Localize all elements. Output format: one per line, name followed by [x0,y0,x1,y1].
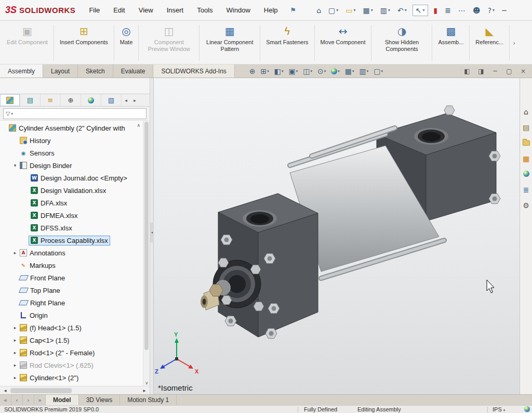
select-tool-icon[interactable]: ↖▾ [413,5,428,16]
tree-item-top-plane[interactable]: Top Plane [0,284,150,296]
user-account-icon[interactable]: ☻ [471,5,482,16]
doc-tab-model[interactable]: Model [46,395,79,405]
tab-layout[interactable]: Layout [43,64,78,78]
cylinder-assembly-model[interactable]: Y X Z [154,78,520,394]
pane-right-icon[interactable]: ◨ [476,67,486,75]
tree-item-dfmea-xlsx[interactable]: XDFMEA.xlsx [0,209,150,222]
expanded-arrow-icon[interactable]: ▾ [12,163,18,168]
section-view-icon[interactable]: ◧▾ [274,67,284,75]
menu-file[interactable]: File [84,4,105,16]
scrollbar-thumb[interactable] [144,122,149,350]
custom-properties-icon[interactable]: ≣ [523,186,529,193]
ribbon-linear-component-pattern[interactable]: ▦Linear Component Pattern [201,22,259,64]
new-document-icon[interactable]: ▢▾ [327,5,340,16]
display-monitor-icon[interactable]: ▢▾ [374,67,383,75]
tree-item-design-journal-doc-empty[interactable]: WDesign Journal.doc <Empty> [0,172,150,184]
splitter-collapse-icon[interactable]: ◂ [150,223,154,242]
restore-window-icon[interactable]: ▢ [504,67,514,75]
menu-help[interactable]: Help [259,4,283,16]
doc-nav-last-icon[interactable]: » [34,395,46,405]
file-explorer-icon[interactable] [523,139,530,147]
scroll-right-icon[interactable]: ▸ [140,388,149,393]
collapsed-arrow-icon[interactable]: ▸ [12,350,18,355]
tree-item-design-validation-xlsx[interactable]: XDesign Validation.xlsx [0,184,150,197]
collapsed-arrow-icon[interactable]: ▸ [12,363,18,368]
tab-sketch[interactable]: Sketch [78,64,113,78]
tab-solidworks-add-ins[interactable]: SOLIDWORKS Add-Ins [153,64,234,78]
tree-item-history[interactable]: History [0,134,150,147]
displaymanager-tab[interactable] [81,94,101,106]
minimize-app-icon[interactable]: ─ [500,5,508,16]
filter-input[interactable] [14,109,144,118]
task-scheduler-icon[interactable]: ≣ [443,5,453,16]
filter-funnel-icon[interactable]: ▽ [6,110,10,117]
view-palette-icon[interactable]: ▦ [523,155,529,162]
tree-item-markups[interactable]: ✎Markups [0,259,150,272]
ribbon-insert-components[interactable]: ⊞Insert Components [55,22,113,64]
collapse-tree-icon[interactable]: ∧ [137,123,140,128]
graphics-area[interactable]: Y X Z *Isometric [154,78,520,394]
solidworks-rx-icon[interactable]: ▮ [432,5,440,16]
ribbon-assemb[interactable]: ▩Assemb... [433,22,468,64]
tree-item-cylinder-1-2[interactable]: ▸Cylinder<1> (2") [0,371,150,384]
ribbon-referenc[interactable]: ◣Referenc... [471,22,508,64]
doc-nav-prev-icon[interactable]: ‹ [11,395,23,405]
scrollbar-thumb[interactable] [10,388,72,393]
tree-item-rod-clevis-1-625[interactable]: ▸Rod Clevis<1> (.625) [0,359,150,371]
tree-item-annotations[interactable]: ▸AAnnotations [0,247,150,259]
ribbon-edit-component[interactable]: ▣Edit Component [2,22,52,64]
tree-item-sensors[interactable]: ◉Sensors [0,147,150,159]
zoom-to-area-icon[interactable]: ⊞▾ [261,67,269,75]
collapsed-arrow-icon[interactable]: ▸ [12,250,18,255]
panel-tabs-scroll-left-icon[interactable]: ◂ [122,94,130,106]
ribbon-component-preview-window[interactable]: ◫Component Preview Window [140,22,198,64]
status-sphere-icon[interactable] [524,406,530,412]
tree-item-rod-1-2-female[interactable]: ▸Rod<1> (2" - Female) [0,346,150,359]
minimize-window-icon[interactable]: ─ [490,67,500,75]
tree-item-origin[interactable]: Origin [0,309,150,321]
ribbon-smart-fasteners[interactable]: ϟSmart Fasteners [261,22,313,64]
apply-scene-icon[interactable]: ▦▾ [345,67,354,75]
ribbon-show-hidden-components[interactable]: ◑Show Hidden Components [373,22,431,64]
scroll-left-icon[interactable]: ◂ [1,388,9,393]
edit-appearance-icon[interactable]: ▾ [331,68,340,74]
ribbon-move-component[interactable]: ↔Move Component [316,22,370,64]
tree-item-right-plane[interactable]: Right Plane [0,296,150,309]
open-icon[interactable]: ▭▾ [344,5,357,16]
design-library-icon[interactable]: ▤ [523,124,529,131]
doc-nav-first-icon[interactable]: « [0,395,11,405]
home-icon[interactable]: ⌂ [315,5,323,16]
zoom-to-fit-icon[interactable]: ⊕ [249,67,256,75]
tree-vertical-scrollbar[interactable]: ∨ [143,121,150,386]
units-selector[interactable]: IPS ▾ [493,406,505,412]
view-orientation-icon[interactable]: ▣▾ [289,67,298,75]
menu-window[interactable]: Window [221,4,256,16]
menu-edit[interactable]: Edit [108,4,130,16]
filter-caret-icon[interactable]: ▾ [11,112,13,116]
settings-icon[interactable]: ⚙ [523,202,529,209]
close-window-icon[interactable]: × [518,67,528,75]
tree-item-dfa-xlsx[interactable]: XDFA.xlsx [0,197,150,209]
print-icon[interactable]: ▥▾ [379,5,392,16]
ribbon-overflow-icon[interactable]: › [511,40,517,47]
view-settings-icon[interactable]: ▥▾ [360,67,369,75]
tree-filter-field[interactable]: ▽ ▾ [3,108,147,119]
panel-tabs-scroll-right-icon[interactable]: ▸ [130,94,139,106]
save-icon[interactable]: ▦▾ [362,5,375,16]
cam-tab[interactable]: ▧ [101,94,122,106]
collapsed-arrow-icon[interactable]: ▸ [12,375,18,380]
tree-item-dfss-xlsx[interactable]: XDFSS.xlsx [0,222,150,234]
menu-insert[interactable]: Insert [162,4,189,16]
tab-evaluate[interactable]: Evaluate [113,64,154,78]
tree-item-cylinder-assembly-2-cylinder-with[interactable]: Cylinder Assembly (2" Cylinder with [0,122,150,134]
hide-show-items-icon[interactable]: ⊙▾ [317,67,326,75]
menu-view[interactable]: View [134,4,158,16]
doc-tab-motion-study-1[interactable]: Motion Study 1 [120,395,177,405]
tree-item-f-head-1-1-5[interactable]: ▸(f) Head<1> (1.5) [0,321,150,334]
resources-icon[interactable]: ⌂ [524,108,528,115]
tree-item-cap-1-1-5[interactable]: ▸Cap<1> (1.5) [0,334,150,346]
tree-item-process-capablity-xlsx[interactable]: XProcess Capablity.xlsx [0,234,150,247]
pin-menu-icon[interactable]: ⚑ [290,6,297,14]
dimxpertmanager-tab[interactable]: ⊕ [61,94,81,106]
propertymanager-tab[interactable]: ▤ [20,94,41,106]
